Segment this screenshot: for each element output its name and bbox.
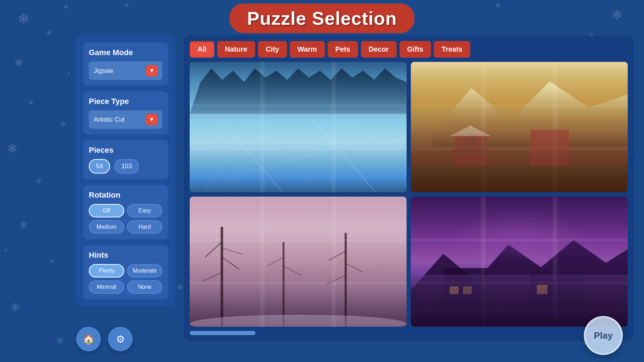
game-mode-value: Jigsaw	[94, 67, 113, 75]
hint-btn-plenty[interactable]: Plenty	[89, 264, 124, 278]
category-tab-treats[interactable]: Treats	[434, 41, 470, 58]
rotation-btn-medium[interactable]: Medium	[89, 220, 124, 234]
category-tabs: All Nature City Warm Pets Decor Gifts Tr…	[190, 41, 628, 58]
play-label: Play	[594, 330, 613, 341]
piece-type-value: Artistic Cut	[94, 116, 125, 123]
page-title: Puzzle Selection	[247, 8, 397, 29]
title-container: Puzzle Selection	[229, 4, 414, 33]
puzzle-card-winter-trees[interactable]	[190, 197, 407, 327]
puzzle-grid	[190, 62, 628, 327]
game-mode-arrow: ▼	[146, 65, 157, 76]
hint-btn-none[interactable]: None	[127, 280, 162, 294]
rotation-btn-hard[interactable]: Hard	[127, 220, 162, 234]
piece-type-section: Piece Type Artistic Cut ▼	[83, 91, 168, 134]
scroll-bar[interactable]	[190, 331, 628, 335]
game-mode-section: Game Mode Jigsaw ▼	[83, 42, 168, 86]
rotation-btn-easy[interactable]: Easy	[127, 204, 162, 217]
gear-icon: ⚙	[116, 333, 125, 345]
puzzle-pieces-overlay-4	[411, 197, 628, 327]
category-tab-pets[interactable]: Pets	[328, 41, 358, 58]
rotation-section: Rotation Off Easy Medium Hard	[83, 185, 168, 239]
pieces-section: Pieces 54 103	[83, 140, 168, 179]
puzzle-image-winter-trees	[190, 197, 407, 327]
puzzle-card-night-village[interactable]	[411, 197, 628, 327]
category-tab-city[interactable]: City	[258, 41, 287, 58]
category-tab-decor[interactable]: Decor	[361, 41, 397, 58]
game-mode-title: Game Mode	[89, 48, 162, 57]
scroll-bar-thumb	[190, 331, 255, 335]
puzzle-image-snowy-village	[411, 62, 628, 192]
hints-section: Hints Plenty Moderate Minimal None	[83, 245, 168, 299]
category-tab-all[interactable]: All	[190, 41, 214, 58]
play-button[interactable]: Play	[584, 316, 623, 355]
piece-btn-54[interactable]: 54	[89, 159, 110, 174]
hint-btn-minimal[interactable]: Minimal	[89, 280, 124, 294]
home-button[interactable]: 🏠	[76, 327, 101, 351]
hint-btn-moderate[interactable]: Moderate	[127, 264, 162, 278]
puzzle-card-frozen-lake[interactable]	[190, 62, 407, 192]
left-panel: Game Mode Jigsaw ▼ Piece Type Artistic C…	[76, 35, 175, 306]
settings-button[interactable]: ⚙	[108, 327, 133, 351]
category-tab-warm[interactable]: Warm	[290, 41, 325, 58]
puzzle-image-frozen-lake	[190, 62, 407, 192]
piece-type-arrow: ▼	[146, 114, 157, 125]
puzzle-image-night-village	[411, 197, 628, 327]
piece-type-dropdown[interactable]: Artistic Cut ▼	[89, 110, 162, 129]
main-puzzle-area: All Nature City Warm Pets Decor Gifts Tr…	[184, 35, 633, 341]
rotation-btn-off[interactable]: Off	[89, 204, 124, 217]
piece-btn-103[interactable]: 103	[114, 159, 139, 174]
bottom-left-buttons: 🏠 ⚙	[76, 327, 133, 351]
home-icon: 🏠	[82, 333, 95, 345]
category-tab-gifts[interactable]: Gifts	[399, 41, 431, 58]
hints-title: Hints	[89, 251, 162, 260]
piece-type-title: Piece Type	[89, 97, 162, 106]
puzzle-card-snowy-village[interactable]	[411, 62, 628, 192]
puzzle-pieces-overlay-3	[190, 197, 407, 327]
category-tab-nature[interactable]: Nature	[217, 41, 255, 58]
rotation-title: Rotation	[89, 191, 162, 200]
rotation-options: Off Easy Medium Hard	[89, 204, 162, 234]
game-mode-dropdown[interactable]: Jigsaw ▼	[89, 62, 162, 80]
pieces-options: 54 103	[89, 159, 162, 174]
pieces-title: Pieces	[89, 146, 162, 155]
puzzle-pieces-overlay-1	[190, 62, 407, 192]
puzzle-pieces-overlay-2	[411, 62, 628, 192]
hints-options: Plenty Moderate Minimal None	[89, 264, 162, 294]
